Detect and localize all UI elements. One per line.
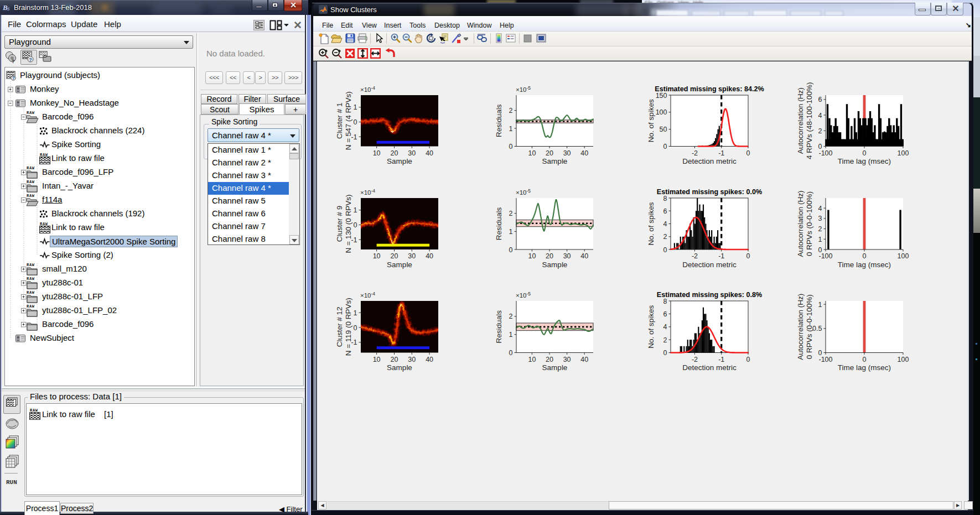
svg-text:30: 30 — [408, 356, 416, 363]
svg-text:Residuals: Residuals — [495, 310, 503, 344]
svg-text:0 RPVs (0-0-100%): 0 RPVs (0-0-100%) — [805, 191, 813, 256]
svg-text:-2: -2 — [692, 149, 698, 157]
svg-text:1: 1 — [818, 301, 822, 309]
svg-text:Estimated missing spikes: 0.0%: Estimated missing spikes: 0.0% — [657, 188, 762, 196]
svg-text:RAW: RAW — [27, 304, 35, 309]
svg-text:RAW: RAW — [30, 408, 38, 413]
svg-text:Cluster # 1: Cluster # 1 — [335, 103, 344, 139]
svg-text:20: 20 — [546, 252, 553, 260]
svg-text:-100: -100 — [818, 149, 832, 157]
svg-text:10: 10 — [373, 356, 381, 363]
svg-text:No. of spikes: No. of spikes — [647, 202, 655, 245]
svg-text:2: 2 — [663, 233, 667, 241]
svg-text:Residuals: Residuals — [495, 104, 503, 137]
svg-text:No. of spikes: No. of spikes — [647, 305, 655, 348]
svg-text:RAW: RAW — [27, 194, 35, 198]
svg-text:3: 3 — [818, 215, 822, 222]
svg-text:Residuals: Residuals — [495, 207, 503, 241]
svg-text:Sample: Sample — [542, 261, 568, 269]
svg-text:Time lag (msec): Time lag (msec) — [838, 363, 891, 372]
svg-text:6: 6 — [663, 310, 667, 318]
svg-text:Time lag (msec): Time lag (msec) — [838, 157, 891, 165]
svg-text:×10-4: ×10-4 — [360, 188, 375, 196]
svg-text:50: 50 — [660, 126, 667, 133]
svg-text:30: 30 — [408, 252, 416, 260]
svg-text:N = 547 (4 RPVs): N = 547 (4 RPVs) — [344, 91, 352, 150]
svg-text:0: 0 — [663, 246, 667, 254]
svg-text:20: 20 — [546, 356, 553, 363]
svg-text:0: 0 — [863, 356, 867, 363]
svg-text:-100: -100 — [818, 356, 832, 363]
svg-text:2: 2 — [818, 225, 822, 233]
svg-text:Estimated missing spikes: 0.8%: Estimated missing spikes: 0.8% — [657, 291, 762, 299]
svg-text:40: 40 — [426, 356, 433, 363]
svg-text:Time lag (msec): Time lag (msec) — [838, 261, 891, 269]
svg-text:1: 1 — [354, 309, 357, 317]
svg-text:100: 100 — [898, 149, 909, 157]
svg-text:40: 40 — [580, 149, 588, 157]
svg-text:40: 40 — [580, 356, 588, 363]
svg-text:RAW: RAW — [27, 290, 35, 295]
svg-text:-1: -1 — [718, 252, 724, 260]
svg-text:0.5: 0.5 — [812, 325, 822, 332]
svg-text:Autocorrelation (Hz): Autocorrelation (Hz) — [796, 294, 805, 360]
svg-text:RAW: RAW — [27, 277, 35, 281]
svg-text:20: 20 — [391, 356, 398, 363]
svg-text:30: 30 — [408, 149, 416, 157]
svg-text:30: 30 — [563, 356, 571, 363]
svg-text:100: 100 — [898, 252, 909, 260]
svg-text:1: 1 — [354, 206, 357, 214]
svg-text:?: ? — [29, 57, 32, 63]
svg-text:1: 1 — [818, 236, 822, 243]
svg-text:1: 1 — [509, 331, 513, 339]
svg-text:0: 0 — [863, 149, 867, 157]
svg-text:RAW: RAW — [27, 166, 35, 170]
svg-text:10: 10 — [373, 252, 381, 260]
svg-text:30: 30 — [563, 149, 571, 157]
svg-text:0: 0 — [863, 252, 867, 260]
svg-text:10: 10 — [528, 149, 536, 157]
svg-text:2: 2 — [818, 127, 822, 135]
svg-text:4: 4 — [663, 323, 667, 331]
svg-text:4: 4 — [663, 220, 667, 228]
svg-text:×10-5: ×10-5 — [516, 188, 531, 196]
svg-text:0: 0 — [509, 246, 513, 254]
svg-text:Sample: Sample — [387, 363, 412, 372]
svg-text:No. of spikes: No. of spikes — [647, 99, 655, 142]
svg-text:2: 2 — [509, 210, 513, 217]
svg-text:Sample: Sample — [387, 157, 412, 165]
svg-text:0: 0 — [746, 356, 750, 363]
svg-text:10: 10 — [528, 252, 536, 260]
svg-text:-1: -1 — [718, 149, 724, 157]
svg-text:1: 1 — [354, 103, 357, 111]
svg-text:Autocorrelation (Hz): Autocorrelation (Hz) — [796, 87, 805, 154]
svg-text:0: 0 — [746, 149, 750, 157]
svg-text:4: 4 — [818, 112, 822, 119]
svg-text:0: 0 — [509, 143, 513, 150]
svg-text:40: 40 — [426, 252, 433, 260]
svg-text:-100: -100 — [818, 252, 832, 260]
svg-text:2: 2 — [509, 107, 513, 115]
svg-text:Sample: Sample — [542, 157, 568, 165]
svg-text:-2: -2 — [692, 356, 698, 363]
svg-text:Detection metric: Detection metric — [682, 157, 737, 165]
svg-text:?: ? — [12, 75, 14, 81]
svg-text:0: 0 — [354, 118, 357, 126]
svg-text:6: 6 — [663, 207, 667, 215]
svg-text:0: 0 — [354, 221, 357, 229]
svg-text:?: ? — [12, 59, 15, 64]
svg-text:4: 4 — [818, 205, 822, 212]
svg-text:6: 6 — [818, 96, 822, 103]
svg-text:Cluster # 9: Cluster # 9 — [335, 206, 344, 242]
svg-text:-1: -1 — [718, 356, 724, 363]
svg-text:100: 100 — [656, 108, 667, 116]
svg-text:20: 20 — [546, 149, 553, 157]
svg-text:RAW: RAW — [40, 153, 48, 157]
svg-text:20: 20 — [391, 149, 398, 157]
svg-text:RAW: RAW — [40, 222, 48, 226]
svg-text:0: 0 — [509, 349, 513, 357]
svg-text:N = 119 (0 RPVs): N = 119 (0 RPVs) — [344, 298, 352, 356]
svg-text:40: 40 — [580, 252, 588, 260]
svg-text:Detection metric: Detection metric — [682, 363, 737, 372]
svg-text:4 RPVs (48-100-100%): 4 RPVs (48-100-100%) — [805, 82, 813, 159]
